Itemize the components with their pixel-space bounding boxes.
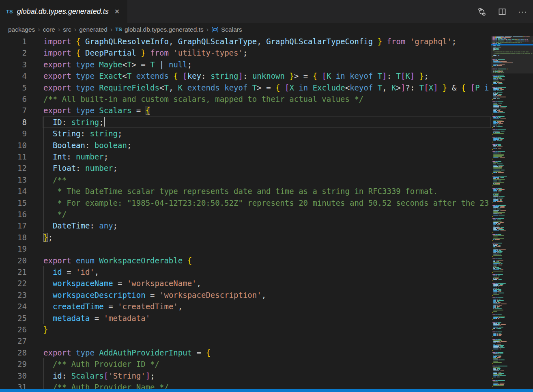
minimap-line bbox=[501, 106, 507, 107]
minimap-line bbox=[499, 181, 501, 181]
breadcrumb-packages[interactable]: packages bbox=[8, 26, 35, 33]
code-line[interactable]: workspaceDescription = 'workspaceDescrip… bbox=[43, 289, 491, 301]
code-line[interactable]: id = 'id', bbox=[43, 266, 491, 278]
more-actions-icon[interactable]: ··· bbox=[518, 7, 527, 16]
code-line[interactable]: String: string; bbox=[43, 128, 491, 139]
code-line[interactable]: metadata = 'metadata' bbox=[43, 312, 491, 324]
minimap-line bbox=[493, 367, 500, 368]
minimap-line bbox=[498, 345, 499, 346]
minimap-line bbox=[493, 302, 496, 303]
minimap-line bbox=[498, 122, 499, 123]
code-line[interactable]: export type RequireFields<T, K extends k… bbox=[43, 82, 491, 93]
minimap-line bbox=[493, 372, 497, 373]
code-line[interactable]: export type Exact<T extends { [key: stri… bbox=[43, 70, 491, 82]
minimap-line bbox=[495, 307, 496, 308]
minimap-line bbox=[493, 88, 498, 89]
minimap-line bbox=[495, 92, 496, 93]
minimap-line bbox=[493, 153, 498, 153]
minimap-line bbox=[493, 340, 502, 341]
minimap-line bbox=[495, 161, 497, 162]
code-line[interactable] bbox=[43, 335, 491, 347]
minimap-line bbox=[498, 279, 499, 280]
minimap-line bbox=[501, 370, 504, 371]
code-line[interactable]: * For example: "1985-04-12T23:20:50.52Z"… bbox=[43, 197, 491, 209]
code-line[interactable]: DateTime: any; bbox=[43, 220, 491, 231]
code-line[interactable]: Int: number; bbox=[43, 151, 491, 162]
breadcrumb-src[interactable]: src bbox=[63, 26, 71, 33]
minimap-line bbox=[493, 307, 495, 308]
minimap-line bbox=[495, 322, 497, 323]
code-line[interactable]: export type AddAuthProviderInput = { bbox=[43, 347, 491, 358]
minimap-line bbox=[493, 244, 494, 245]
code-line[interactable]: import { GraphQLResolveInfo, GraphQLScal… bbox=[43, 36, 491, 47]
code-editor[interactable]: 1import { GraphQLResolveInfo, GraphQLSca… bbox=[0, 36, 491, 389]
breadcrumb-symbol-scalars[interactable]: Scalars bbox=[211, 26, 242, 33]
open-changes-icon[interactable] bbox=[477, 7, 486, 16]
minimap-line bbox=[493, 327, 499, 327]
minimap-line bbox=[500, 215, 505, 215]
close-tab-icon[interactable]: ✕ bbox=[114, 9, 120, 15]
line-number: 4 bbox=[0, 70, 27, 82]
minimap-line bbox=[498, 314, 502, 315]
minimap-line bbox=[493, 347, 499, 348]
code-line[interactable]: Float: number; bbox=[43, 162, 491, 174]
code-line[interactable]: export enum WorkspaceOrderable { bbox=[43, 255, 491, 266]
minimap-line bbox=[492, 319, 493, 320]
minimap-line bbox=[493, 104, 498, 105]
code-line[interactable]: id: Scalars['String']; bbox=[43, 370, 491, 381]
minimap-line bbox=[493, 317, 499, 318]
code-line[interactable]: workspaceName = 'workspaceName', bbox=[43, 278, 491, 289]
code-line[interactable]: createdTime = 'createdTime', bbox=[43, 301, 491, 312]
code-line[interactable]: /** Auth Provider ID */ bbox=[43, 358, 491, 370]
minimap-slider[interactable] bbox=[491, 36, 533, 73]
minimap-line bbox=[492, 243, 495, 243]
minimap-line bbox=[499, 291, 501, 292]
minimap-line bbox=[493, 267, 494, 268]
tab-global-db-types[interactable]: TS global.db.types.generated.ts ✕ bbox=[0, 0, 127, 23]
code-line[interactable]: /** All built-in and custom scalars, map… bbox=[43, 93, 491, 105]
minimap-line bbox=[493, 123, 496, 124]
minimap-line bbox=[498, 103, 499, 103]
minimap-line bbox=[499, 293, 505, 293]
minimap-line bbox=[493, 192, 496, 192]
minimap-line bbox=[493, 226, 495, 226]
code-line[interactable] bbox=[43, 243, 491, 254]
line-number: 6 bbox=[0, 93, 27, 105]
minimap-line bbox=[492, 116, 495, 117]
status-bar bbox=[0, 389, 533, 392]
breadcrumb-file[interactable]: TS global.db.types.generated.ts bbox=[115, 26, 203, 33]
code-line[interactable]: ID: string; bbox=[43, 116, 491, 128]
minimap-line bbox=[493, 318, 496, 319]
line-number: 29 bbox=[0, 358, 27, 370]
minimap-line bbox=[498, 198, 504, 198]
code-line[interactable]: export type Scalars = { bbox=[43, 105, 491, 116]
code-line[interactable]: /** bbox=[43, 174, 491, 185]
code-line[interactable]: */ bbox=[43, 209, 491, 220]
minimap-line bbox=[500, 118, 501, 119]
minimap-line bbox=[499, 347, 500, 348]
minimap-line bbox=[493, 381, 498, 382]
minimap-line bbox=[498, 224, 500, 225]
minimap-line bbox=[495, 239, 496, 240]
code-line[interactable]: }; bbox=[43, 232, 491, 243]
minimap-line bbox=[495, 297, 497, 298]
split-editor-icon[interactable] bbox=[498, 7, 507, 16]
code-line[interactable]: * The DateTime scalar type represents da… bbox=[43, 185, 491, 197]
minimap-line bbox=[493, 301, 495, 302]
code-line[interactable]: import { DeepPartial } from 'utility-typ… bbox=[43, 47, 491, 58]
code-line[interactable]: Boolean: boolean; bbox=[43, 140, 491, 151]
minimap[interactable] bbox=[491, 36, 533, 389]
minimap-line bbox=[501, 227, 504, 228]
breadcrumb-core[interactable]: core bbox=[43, 26, 55, 33]
minimap-line bbox=[497, 377, 498, 377]
code-line[interactable]: /** Auth Provider Name */ bbox=[43, 381, 491, 389]
code-line[interactable]: } bbox=[43, 324, 491, 335]
code-line[interactable]: export type Maybe<T> = T | null; bbox=[43, 59, 491, 70]
minimap-line bbox=[492, 363, 493, 364]
minimap-line bbox=[493, 344, 495, 345]
minimap-line bbox=[500, 177, 501, 178]
minimap-line bbox=[495, 164, 496, 164]
minimap-line bbox=[501, 170, 505, 170]
minimap-line bbox=[493, 261, 495, 262]
breadcrumb-generated[interactable]: generated bbox=[79, 26, 107, 33]
